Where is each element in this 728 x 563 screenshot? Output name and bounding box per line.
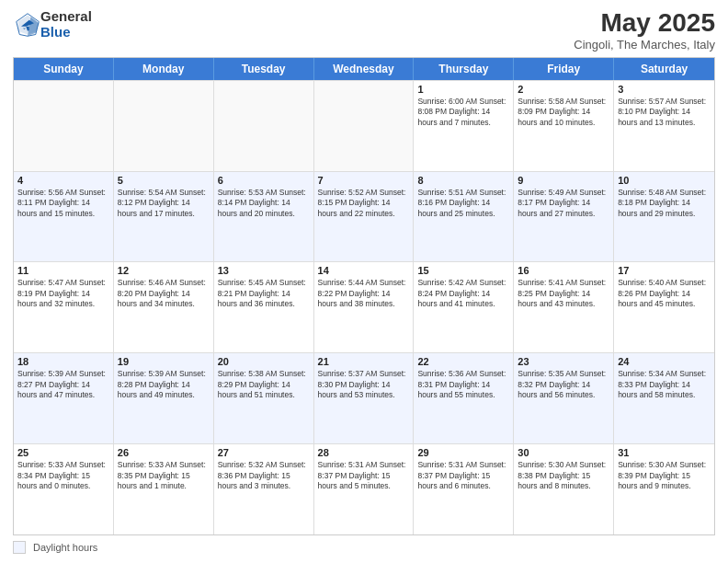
day-number: 12 (118, 265, 210, 276)
cell-info: Sunrise: 5:47 AM Sunset: 8:19 PM Dayligh… (17, 278, 109, 309)
cell-info: Sunrise: 5:30 AM Sunset: 8:38 PM Dayligh… (518, 460, 609, 491)
calendar-row-3: 11Sunrise: 5:47 AM Sunset: 8:19 PM Dayli… (14, 261, 714, 352)
calendar-body: 1Sunrise: 6:00 AM Sunset: 8:08 PM Daylig… (14, 80, 714, 534)
calendar-row-4: 18Sunrise: 5:39 AM Sunset: 8:27 PM Dayli… (14, 352, 714, 443)
cal-cell-r2-c1: 4Sunrise: 5:56 AM Sunset: 8:11 PM Daylig… (14, 172, 114, 262)
cal-cell-r3-c7: 17Sunrise: 5:40 AM Sunset: 8:26 PM Dayli… (614, 262, 714, 352)
cal-cell-r1-c7: 3Sunrise: 5:57 AM Sunset: 8:10 PM Daylig… (614, 81, 714, 171)
cal-cell-r2-c7: 10Sunrise: 5:48 AM Sunset: 8:18 PM Dayli… (614, 172, 714, 262)
day-number: 30 (518, 447, 609, 458)
day-number: 2 (518, 84, 609, 95)
cal-cell-r2-c5: 8Sunrise: 5:51 AM Sunset: 8:16 PM Daylig… (414, 172, 514, 262)
cal-cell-r4-c6: 23Sunrise: 5:35 AM Sunset: 8:32 PM Dayli… (514, 353, 614, 443)
cal-cell-r3-c3: 13Sunrise: 5:45 AM Sunset: 8:21 PM Dayli… (214, 262, 314, 352)
header-monday: Monday (114, 58, 214, 80)
header-sunday: Sunday (14, 58, 114, 80)
cal-cell-r1-c5: 1Sunrise: 6:00 AM Sunset: 8:08 PM Daylig… (414, 81, 514, 171)
day-number: 26 (118, 447, 210, 458)
day-number: 20 (218, 356, 310, 367)
cell-info: Sunrise: 5:56 AM Sunset: 8:11 PM Dayligh… (17, 188, 109, 219)
day-number: 15 (417, 265, 509, 276)
calendar-row-5: 25Sunrise: 5:33 AM Sunset: 8:34 PM Dayli… (14, 443, 714, 534)
day-number: 19 (118, 356, 210, 367)
day-number: 29 (417, 447, 509, 458)
page: General Blue May 2025 Cingoli, The March… (0, 0, 728, 563)
calendar-row-2: 4Sunrise: 5:56 AM Sunset: 8:11 PM Daylig… (14, 171, 714, 262)
day-number: 22 (417, 356, 509, 367)
calendar-header: Sunday Monday Tuesday Wednesday Thursday… (14, 58, 714, 80)
day-number: 10 (618, 175, 711, 186)
logo-blue-text: Blue (40, 25, 92, 40)
day-number: 23 (518, 356, 609, 367)
cell-info: Sunrise: 5:33 AM Sunset: 8:34 PM Dayligh… (17, 460, 109, 491)
header-friday: Friday (514, 58, 614, 80)
header-tuesday: Tuesday (214, 58, 314, 80)
cell-info: Sunrise: 5:38 AM Sunset: 8:29 PM Dayligh… (218, 369, 310, 400)
cell-info: Sunrise: 5:34 AM Sunset: 8:33 PM Dayligh… (618, 369, 711, 400)
cell-info: Sunrise: 5:48 AM Sunset: 8:18 PM Dayligh… (618, 188, 711, 219)
cal-cell-r4-c7: 24Sunrise: 5:34 AM Sunset: 8:33 PM Dayli… (614, 353, 714, 443)
day-number: 1 (417, 84, 509, 95)
cell-info: Sunrise: 5:31 AM Sunset: 8:37 PM Dayligh… (417, 460, 509, 491)
cal-cell-r2-c6: 9Sunrise: 5:49 AM Sunset: 8:17 PM Daylig… (514, 172, 614, 262)
cal-cell-r1-c1 (14, 81, 114, 171)
location: Cingoli, The Marches, Italy (574, 38, 715, 52)
cell-info: Sunrise: 5:39 AM Sunset: 8:28 PM Dayligh… (118, 369, 210, 400)
cell-info: Sunrise: 5:58 AM Sunset: 8:09 PM Dayligh… (518, 97, 609, 128)
cal-cell-r5-c3: 27Sunrise: 5:32 AM Sunset: 8:36 PM Dayli… (214, 444, 314, 534)
cal-cell-r3-c1: 11Sunrise: 5:47 AM Sunset: 8:19 PM Dayli… (14, 262, 114, 352)
legend-box (13, 541, 26, 554)
cell-info: Sunrise: 5:53 AM Sunset: 8:14 PM Dayligh… (218, 188, 310, 219)
cell-info: Sunrise: 5:52 AM Sunset: 8:15 PM Dayligh… (318, 188, 410, 219)
footer: Daylight hours (13, 541, 715, 554)
day-number: 21 (318, 356, 410, 367)
cell-info: Sunrise: 5:31 AM Sunset: 8:37 PM Dayligh… (318, 460, 410, 491)
cell-info: Sunrise: 5:49 AM Sunset: 8:17 PM Dayligh… (518, 188, 609, 219)
day-number: 28 (318, 447, 410, 458)
cal-cell-r4-c5: 22Sunrise: 5:36 AM Sunset: 8:31 PM Dayli… (414, 353, 514, 443)
day-number: 9 (518, 175, 609, 186)
day-number: 13 (218, 265, 310, 276)
cal-cell-r5-c6: 30Sunrise: 5:30 AM Sunset: 8:38 PM Dayli… (514, 444, 614, 534)
day-number: 6 (218, 175, 310, 186)
cell-info: Sunrise: 5:57 AM Sunset: 8:10 PM Dayligh… (618, 97, 711, 128)
cell-info: Sunrise: 6:00 AM Sunset: 8:08 PM Dayligh… (417, 97, 509, 128)
cell-info: Sunrise: 5:35 AM Sunset: 8:32 PM Dayligh… (518, 369, 609, 400)
cal-cell-r4-c3: 20Sunrise: 5:38 AM Sunset: 8:29 PM Dayli… (214, 353, 314, 443)
cell-info: Sunrise: 5:30 AM Sunset: 8:39 PM Dayligh… (618, 460, 711, 491)
cal-cell-r3-c5: 15Sunrise: 5:42 AM Sunset: 8:24 PM Dayli… (414, 262, 514, 352)
cal-cell-r3-c2: 12Sunrise: 5:46 AM Sunset: 8:20 PM Dayli… (114, 262, 214, 352)
cell-info: Sunrise: 5:46 AM Sunset: 8:20 PM Dayligh… (118, 278, 210, 309)
calendar: Sunday Monday Tuesday Wednesday Thursday… (13, 57, 715, 535)
cal-cell-r5-c4: 28Sunrise: 5:31 AM Sunset: 8:37 PM Dayli… (314, 444, 415, 534)
cell-info: Sunrise: 5:40 AM Sunset: 8:26 PM Dayligh… (618, 278, 711, 309)
day-number: 4 (17, 175, 109, 186)
logo-icon (15, 12, 40, 38)
day-number: 14 (318, 265, 410, 276)
cal-cell-r4-c4: 21Sunrise: 5:37 AM Sunset: 8:30 PM Dayli… (314, 353, 415, 443)
cell-info: Sunrise: 5:39 AM Sunset: 8:27 PM Dayligh… (17, 369, 109, 400)
day-number: 25 (17, 447, 109, 458)
cell-info: Sunrise: 5:41 AM Sunset: 8:25 PM Dayligh… (518, 278, 609, 309)
cell-info: Sunrise: 5:37 AM Sunset: 8:30 PM Dayligh… (318, 369, 410, 400)
header-saturday: Saturday (614, 58, 714, 80)
cell-info: Sunrise: 5:45 AM Sunset: 8:21 PM Dayligh… (218, 278, 310, 309)
cell-info: Sunrise: 5:51 AM Sunset: 8:16 PM Dayligh… (417, 188, 509, 219)
calendar-row-1: 1Sunrise: 6:00 AM Sunset: 8:08 PM Daylig… (14, 80, 714, 171)
cell-info: Sunrise: 5:44 AM Sunset: 8:22 PM Dayligh… (318, 278, 410, 309)
cal-cell-r1-c2 (114, 81, 214, 171)
cal-cell-r5-c1: 25Sunrise: 5:33 AM Sunset: 8:34 PM Dayli… (14, 444, 114, 534)
cal-cell-r5-c5: 29Sunrise: 5:31 AM Sunset: 8:37 PM Dayli… (414, 444, 514, 534)
cal-cell-r2-c3: 6Sunrise: 5:53 AM Sunset: 8:14 PM Daylig… (214, 172, 314, 262)
day-number: 18 (17, 356, 109, 367)
logo-text: General Blue (40, 9, 92, 40)
day-number: 16 (518, 265, 609, 276)
cell-info: Sunrise: 5:36 AM Sunset: 8:31 PM Dayligh… (417, 369, 509, 400)
cal-cell-r1-c3 (214, 81, 314, 171)
cal-cell-r5-c7: 31Sunrise: 5:30 AM Sunset: 8:39 PM Dayli… (614, 444, 714, 534)
header-thursday: Thursday (414, 58, 514, 80)
logo: General Blue (13, 9, 92, 40)
logo-general-text: General (40, 9, 92, 25)
cell-info: Sunrise: 5:54 AM Sunset: 8:12 PM Dayligh… (118, 188, 210, 219)
day-number: 5 (118, 175, 210, 186)
